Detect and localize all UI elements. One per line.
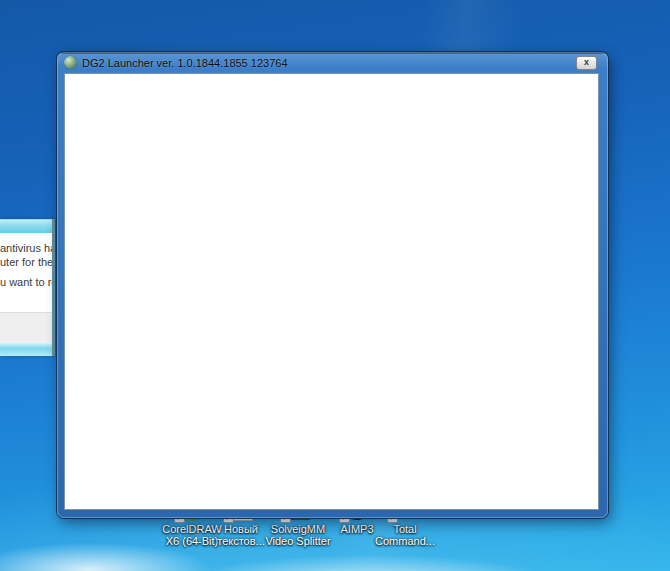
- dialog-message: antivirus has be uter for the upd u want…: [0, 233, 52, 312]
- dialog-button-area: [0, 312, 52, 342]
- close-button[interactable]: x: [576, 56, 597, 70]
- window-title: DG2 Launcher ver. 1.0.1844.1855 123764: [82, 57, 288, 69]
- app-icon: [64, 56, 77, 69]
- launcher-window: DG2 Launcher ver. 1.0.1844.1855 123764 x: [57, 52, 608, 518]
- dialog-message-line: uter for the upd: [0, 255, 52, 269]
- desktop-icon-label: Total Command...: [363, 523, 447, 547]
- window-titlebar[interactable]: DG2 Launcher ver. 1.0.1844.1855 123764 x: [57, 52, 608, 73]
- dialog-message-line: antivirus has be: [0, 241, 52, 255]
- dialog-glass-border-bottom: [0, 342, 52, 356]
- dialog-glass-border-top: [0, 219, 52, 233]
- dialog-message-line: u want to restar: [0, 275, 52, 289]
- window-content-area: [64, 73, 599, 510]
- antivirus-dialog: antivirus has be uter for the upd u want…: [0, 219, 55, 356]
